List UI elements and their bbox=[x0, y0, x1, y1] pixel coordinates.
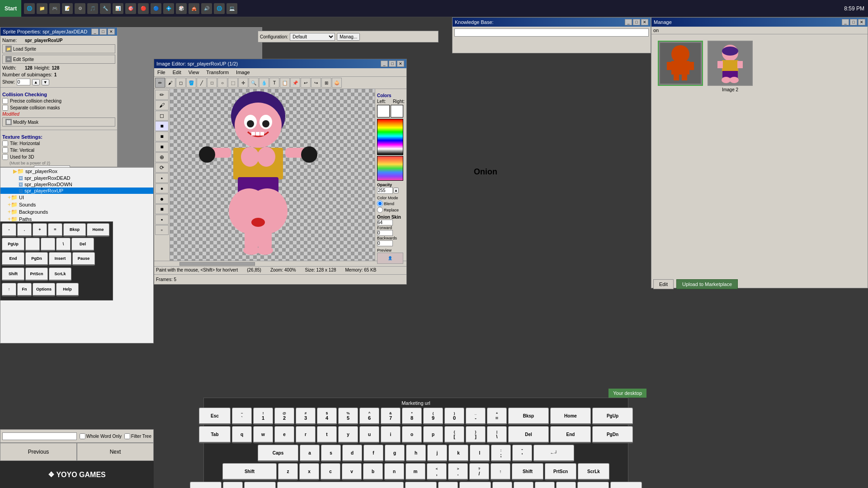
tool-ellipse[interactable]: ○ bbox=[217, 78, 227, 88]
key-right[interactable]: → bbox=[535, 482, 555, 488]
modify-mask-button[interactable]: ⬜ Modify Mask bbox=[2, 117, 115, 127]
menu-view[interactable]: View bbox=[187, 69, 201, 75]
key-left[interactable]: ← bbox=[492, 482, 512, 488]
key-tilde[interactable]: ~` bbox=[232, 408, 252, 425]
key-comma[interactable]: <, bbox=[427, 463, 447, 480]
taskbar-icon-12[interactable]: 🎲 bbox=[176, 3, 187, 14]
key-space[interactable] bbox=[277, 482, 404, 488]
small-key-end[interactable]: End bbox=[2, 252, 24, 266]
left-tool-size3[interactable]: ● bbox=[155, 194, 169, 204]
taskbar-icon-6[interactable]: 🔧 bbox=[100, 3, 111, 14]
small-key-scrlk[interactable]: ScrLk bbox=[49, 267, 71, 281]
key-i[interactable]: i bbox=[381, 426, 401, 443]
key-q[interactable]: q bbox=[232, 426, 252, 443]
left-tool-sq3[interactable]: ▫ bbox=[155, 225, 169, 235]
key-z[interactable]: z bbox=[278, 463, 298, 480]
taskbar-icon-9[interactable]: 🔴 bbox=[138, 3, 149, 14]
left-tool-6[interactable]: ⊕ bbox=[155, 152, 169, 162]
key-minus[interactable]: _- bbox=[466, 408, 486, 425]
key-u[interactable]: u bbox=[359, 426, 379, 443]
key-pgup[interactable]: PgUp bbox=[592, 408, 633, 425]
key-5[interactable]: %5 bbox=[338, 408, 358, 425]
key-y[interactable]: y bbox=[338, 426, 358, 443]
key-2[interactable]: @2 bbox=[274, 408, 294, 425]
key-prtscn[interactable]: PrtScn bbox=[545, 463, 576, 480]
key-tab[interactable]: Tab bbox=[199, 426, 231, 443]
key-pgdn[interactable]: PgDn bbox=[592, 426, 633, 443]
show-down-button[interactable]: ▼ bbox=[42, 79, 49, 85]
small-key-fn[interactable]: Fn bbox=[17, 283, 32, 296]
left-tool-sq2[interactable]: ▪ bbox=[155, 215, 169, 225]
key-lalt[interactable]: Alt bbox=[244, 482, 276, 488]
tool-undo[interactable]: ↩ bbox=[301, 78, 311, 88]
key-home[interactable]: Home bbox=[550, 408, 591, 425]
key-help[interactable]: Help bbox=[610, 482, 642, 488]
key-win[interactable]: ⊞ bbox=[223, 482, 243, 488]
tile-vertical-checkbox[interactable] bbox=[2, 147, 8, 153]
small-key-backslash[interactable]: \ bbox=[56, 238, 71, 251]
config-manage-button[interactable]: Manag... bbox=[337, 33, 360, 41]
right-panel-minimize[interactable]: _ bbox=[842, 19, 849, 25]
taskbar-icon-16[interactable]: 💻 bbox=[226, 3, 237, 14]
used-3d-checkbox[interactable] bbox=[2, 154, 8, 160]
key-1[interactable]: !1 bbox=[253, 408, 273, 425]
left-color-swatch[interactable] bbox=[377, 105, 390, 117]
tree-item-spr-playerrox[interactable]: ▶📁 spr_playerRox bbox=[0, 168, 153, 175]
key-period[interactable]: >. bbox=[448, 463, 468, 480]
tool-onion[interactable]: 🧅 bbox=[332, 78, 342, 88]
key-j[interactable]: j bbox=[427, 445, 447, 462]
small-key-up[interactable]: ↑ bbox=[2, 283, 16, 296]
left-tool-size2[interactable]: ● bbox=[155, 183, 169, 193]
opacity-up[interactable]: ▲ bbox=[393, 188, 399, 193]
editor-scrollbar-horizontal[interactable] bbox=[154, 261, 406, 266]
tool-text[interactable]: T bbox=[269, 78, 279, 88]
small-key-del[interactable]: Del bbox=[71, 238, 94, 251]
tool-move[interactable]: ✛ bbox=[238, 78, 248, 88]
editor-canvas[interactable] bbox=[170, 89, 375, 261]
small-key-prtscn[interactable]: PrtScn bbox=[25, 267, 48, 281]
key-6[interactable]: ^6 bbox=[359, 408, 379, 425]
key-3[interactable]: #3 bbox=[296, 408, 316, 425]
tool-eraser[interactable]: ◻ bbox=[176, 78, 186, 88]
taskbar-icon-2[interactable]: 🎮 bbox=[49, 3, 60, 14]
small-key-minus[interactable]: - bbox=[2, 223, 16, 237]
key-m[interactable]: m bbox=[406, 463, 425, 480]
tool-paste[interactable]: 📌 bbox=[290, 78, 300, 88]
key-esc[interactable]: Esc bbox=[199, 408, 231, 425]
image-editor-minimize[interactable]: _ bbox=[381, 61, 388, 67]
right-color-swatch[interactable] bbox=[391, 105, 403, 117]
load-sprite-button[interactable]: 📁 Load Sprite bbox=[2, 44, 115, 53]
tool-grid[interactable]: ⊞ bbox=[321, 78, 331, 88]
tool-copy[interactable]: 📋 bbox=[280, 78, 290, 88]
key-backslash[interactable]: |\ bbox=[487, 426, 507, 443]
previous-button[interactable]: Previous bbox=[0, 443, 77, 461]
tool-line[interactable]: ╱ bbox=[197, 78, 207, 88]
left-tool-size1[interactable]: ● bbox=[155, 173, 169, 183]
show-up-button[interactable]: ▲ bbox=[32, 79, 40, 85]
left-tool-3[interactable]: ◻ bbox=[155, 111, 169, 121]
key-lshift[interactable]: Shift bbox=[222, 463, 277, 480]
tree-item-backgrounds[interactable]: +📁 Backgrounds bbox=[0, 208, 153, 216]
tree-item-down[interactable]: 🖼 spr_playerRoxDOWN bbox=[0, 181, 153, 188]
taskbar-icon-13[interactable]: 🎪 bbox=[189, 3, 199, 14]
opacity-input[interactable] bbox=[377, 187, 393, 194]
tool-rect[interactable]: □ bbox=[207, 78, 217, 88]
key-a[interactable]: a bbox=[300, 445, 320, 462]
small-key-shift[interactable]: Shift bbox=[2, 267, 24, 281]
key-options[interactable]: Options bbox=[577, 482, 609, 488]
scrollbar-thumb[interactable] bbox=[179, 262, 255, 266]
key-f[interactable]: f bbox=[363, 445, 383, 462]
config-select[interactable]: Default bbox=[290, 33, 335, 41]
taskbar-icon-4[interactable]: ⚙ bbox=[75, 3, 85, 14]
color-palette-bar[interactable] bbox=[377, 119, 403, 155]
taskbar-icon-7[interactable]: 📊 bbox=[113, 3, 123, 14]
precise-collision-checkbox[interactable] bbox=[2, 98, 8, 104]
key-p[interactable]: p bbox=[423, 426, 443, 443]
key-c[interactable]: c bbox=[321, 463, 340, 480]
key-down[interactable]: ↓ bbox=[514, 482, 533, 488]
key-9[interactable]: (9 bbox=[423, 408, 443, 425]
key-quote[interactable]: "' bbox=[512, 445, 532, 462]
image-editor-maximize[interactable]: □ bbox=[389, 61, 396, 67]
left-tool-4[interactable]: ■ bbox=[155, 131, 169, 141]
kb-minimize-button[interactable]: _ bbox=[625, 19, 632, 25]
